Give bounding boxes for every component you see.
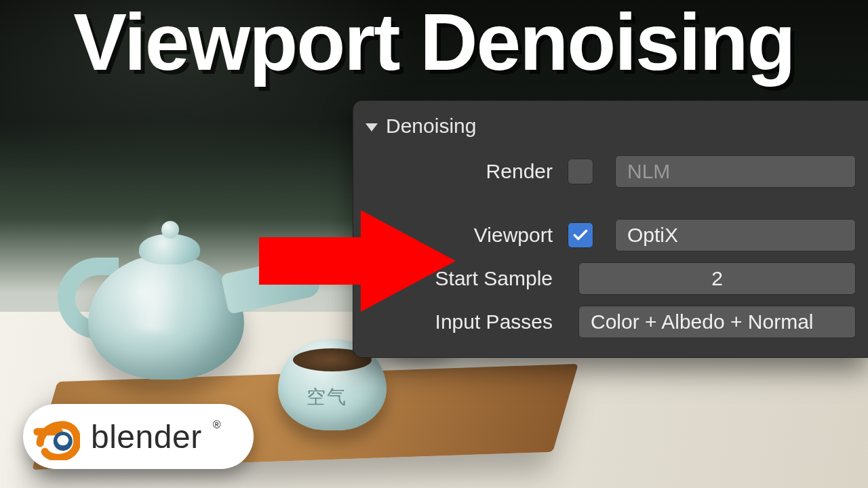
dropdown-render-denoiser[interactable]: NLM (615, 155, 856, 188)
disclosure-triangle-icon[interactable] (366, 123, 378, 131)
checkbox-render[interactable] (568, 159, 593, 184)
dropdown-viewport-denoiser[interactable]: OptiX (615, 219, 856, 251)
svg-point-2 (57, 435, 68, 445)
label-viewport: Viewport (353, 224, 557, 247)
input-start-sample-value: 2 (711, 267, 723, 290)
panel-spacer (353, 193, 868, 214)
cup-inscription: 空气 (307, 384, 347, 410)
row-viewport: Viewport OptiX (353, 214, 868, 257)
label-input-passes: Input Passes (353, 310, 557, 333)
input-start-sample[interactable]: 2 (578, 262, 856, 295)
registered-mark: ® (213, 419, 221, 431)
dropdown-input-passes[interactable]: Color + Albedo + Normal (578, 306, 856, 338)
panel-section-header[interactable]: Denoising (353, 110, 868, 150)
panel-section-title: Denoising (386, 115, 476, 138)
row-render: Render NLM (353, 150, 868, 193)
thumbnail-stage: 空气 Viewport Denoising Denoising Render N… (0, 0, 868, 488)
checkbox-viewport[interactable] (568, 222, 593, 248)
blender-logo-badge: blender ® (23, 404, 254, 469)
blender-wordmark: blender (91, 418, 202, 455)
denoising-panel: Denoising Render NLM Viewport OptiX Star… (353, 100, 868, 358)
checkmark-icon (572, 226, 589, 244)
dropdown-input-passes-value: Color + Albedo + Normal (591, 310, 814, 333)
dropdown-render-value: NLM (627, 160, 670, 183)
blender-logo-icon (33, 413, 80, 460)
label-start-sample: Start Sample (353, 267, 557, 290)
row-start-sample: Start Sample 2 (353, 257, 868, 300)
dropdown-viewport-value: OptiX (627, 224, 678, 247)
thumbnail-title: Viewport Denoising (0, 0, 868, 88)
label-render: Render (353, 160, 557, 183)
row-input-passes: Input Passes Color + Albedo + Normal (353, 300, 868, 344)
steam (125, 208, 187, 333)
